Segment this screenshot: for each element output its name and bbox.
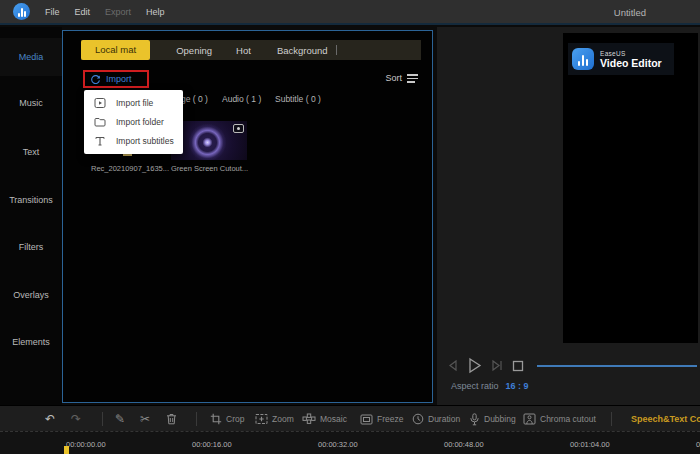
stop-button[interactable] bbox=[512, 360, 524, 372]
chroma-cutout-button[interactable]: Chroma cutout bbox=[523, 406, 596, 432]
clock-icon bbox=[412, 413, 424, 425]
import-button[interactable]: Import bbox=[83, 70, 149, 88]
delete-button[interactable] bbox=[166, 406, 177, 432]
edit-button[interactable]: ✎ bbox=[115, 406, 125, 432]
menu-item-import-file[interactable]: Import file bbox=[84, 93, 183, 112]
menu-help[interactable]: Help bbox=[146, 7, 165, 17]
sidebar-item-media[interactable]: Media bbox=[0, 38, 62, 76]
sidebar-item-text[interactable]: Text bbox=[0, 133, 62, 171]
crop-icon bbox=[210, 413, 222, 425]
timeline-timestamp: 00:00:32.00 bbox=[318, 440, 358, 449]
timeline-timestamp: 00:01:04.00 bbox=[570, 440, 610, 449]
undo-icon: ↶ bbox=[45, 406, 55, 432]
freeze-button[interactable]: Freeze bbox=[360, 406, 403, 432]
speech-text-button[interactable]: Speech&Text Con bbox=[631, 406, 700, 432]
video-badge-icon bbox=[233, 124, 244, 133]
freeze-icon bbox=[360, 414, 373, 425]
video-preview-area: EaseUS Video Editor bbox=[563, 33, 698, 343]
media-thumbnail-greenscreen-label: Green Screen Cutout... bbox=[171, 164, 248, 173]
tab-background[interactable]: Background bbox=[277, 45, 328, 56]
app-logo-icon bbox=[13, 3, 30, 20]
media-thumbnail-rec-label: Rec_20210907_1635... bbox=[91, 164, 169, 173]
media-tab-bar: Local mat Opening Hot Background bbox=[81, 40, 421, 60]
redo-button[interactable]: ↷ bbox=[71, 406, 81, 432]
sort-list-icon bbox=[407, 72, 418, 85]
menu-file[interactable]: File bbox=[45, 7, 60, 17]
tab-separator bbox=[336, 45, 337, 55]
timeline-ruler[interactable]: 00:00:00.00 00:00:16.00 00:00:32.00 00:0… bbox=[0, 431, 700, 454]
seek-bar[interactable] bbox=[537, 365, 697, 367]
mosaic-button[interactable]: Mosaic bbox=[302, 406, 347, 432]
preview-panel: EaseUS Video Editor Aspect ratio 1 bbox=[437, 27, 700, 405]
sort-label: Sort bbox=[385, 73, 402, 83]
easeus-video-editor-window: File Edit Export Help Untitled Media Mus… bbox=[0, 0, 700, 454]
easeus-logo-icon bbox=[572, 48, 594, 70]
tab-opening[interactable]: Opening bbox=[176, 45, 212, 56]
zoom-button[interactable]: Zoom bbox=[255, 406, 294, 432]
undo-button[interactable]: ↶ bbox=[45, 406, 55, 432]
crop-button[interactable]: Crop bbox=[210, 406, 244, 432]
folder-icon bbox=[94, 116, 106, 128]
dubbing-button[interactable]: Dubbing bbox=[469, 406, 516, 432]
tab-hot[interactable]: Hot bbox=[236, 45, 251, 56]
zoom-icon bbox=[255, 413, 268, 425]
microphone-icon bbox=[469, 413, 480, 426]
subtitles-icon bbox=[94, 135, 106, 147]
toolbar-separator bbox=[611, 412, 612, 426]
tab-local-mat[interactable]: Local mat bbox=[81, 40, 150, 60]
cut-button[interactable]: ✂ bbox=[140, 406, 150, 432]
filter-tab-subtitle[interactable]: Subtitle ( 0 ) bbox=[275, 94, 321, 104]
previous-frame-button[interactable] bbox=[447, 359, 458, 372]
menu-item-import-subtitles[interactable]: Import subtitles bbox=[84, 131, 183, 150]
trash-icon bbox=[166, 413, 177, 425]
easeus-watermark: EaseUS Video Editor bbox=[568, 43, 674, 75]
person-icon bbox=[523, 413, 536, 425]
sidebar-item-music[interactable]: Music bbox=[0, 84, 62, 122]
timeline-timestamp: 00:00:48.00 bbox=[444, 440, 484, 449]
playhead-marker[interactable] bbox=[64, 446, 69, 454]
mosaic-icon bbox=[302, 413, 316, 425]
duration-button[interactable]: Duration bbox=[412, 406, 460, 432]
aspect-ratio-value[interactable]: 16 : 9 bbox=[506, 381, 529, 391]
video-file-icon bbox=[94, 97, 106, 109]
media-library-panel: Local mat Opening Hot Background Import … bbox=[62, 30, 433, 403]
sidebar-item-elements[interactable]: Elements bbox=[0, 323, 62, 361]
play-button[interactable] bbox=[467, 357, 482, 374]
timeline-timestamp: 00:0 bbox=[696, 440, 700, 449]
aspect-ratio-row: Aspect ratio 16 : 9 bbox=[451, 381, 529, 391]
window-title: Untitled bbox=[614, 0, 646, 25]
timeline-timestamp: 00:00:00.00 bbox=[66, 440, 106, 449]
brand-name: EaseUS bbox=[600, 50, 662, 57]
menu-edit[interactable]: Edit bbox=[75, 7, 91, 17]
toolbar-separator bbox=[102, 412, 103, 426]
sort-button[interactable]: Sort bbox=[385, 72, 418, 85]
redo-icon: ↷ bbox=[71, 406, 81, 432]
edit-toolbar: ↶ ↷ ✎ ✂ Crop Zoom bbox=[0, 405, 700, 431]
brand-product: Video Editor bbox=[600, 57, 662, 69]
next-frame-button[interactable] bbox=[491, 359, 503, 372]
sidebar: Media Music Text Transitions Filters Ove… bbox=[0, 27, 62, 405]
sidebar-item-filters[interactable]: Filters bbox=[0, 228, 62, 266]
menu-bar: File Edit Export Help Untitled bbox=[0, 0, 700, 25]
pencil-icon: ✎ bbox=[115, 406, 125, 432]
timeline-timestamp: 00:00:16.00 bbox=[192, 440, 232, 449]
filter-tab-audio[interactable]: Audio ( 1 ) bbox=[222, 94, 261, 104]
import-icon bbox=[90, 74, 101, 85]
import-label: Import bbox=[106, 74, 132, 84]
scissors-icon: ✂ bbox=[140, 406, 150, 432]
filter-tab-image[interactable]: ge ( 0 ) bbox=[181, 94, 208, 104]
aspect-ratio-label: Aspect ratio bbox=[451, 381, 499, 391]
sidebar-item-transitions[interactable]: Transitions bbox=[0, 181, 62, 219]
sidebar-item-overlays[interactable]: Overlays bbox=[0, 276, 62, 314]
menu-export: Export bbox=[105, 7, 131, 17]
toolbar-separator bbox=[196, 412, 197, 426]
import-dropdown-menu: Import file Import folder Import subtitl… bbox=[84, 90, 183, 154]
menu-item-import-folder[interactable]: Import folder bbox=[84, 112, 183, 131]
playback-controls bbox=[447, 357, 524, 374]
